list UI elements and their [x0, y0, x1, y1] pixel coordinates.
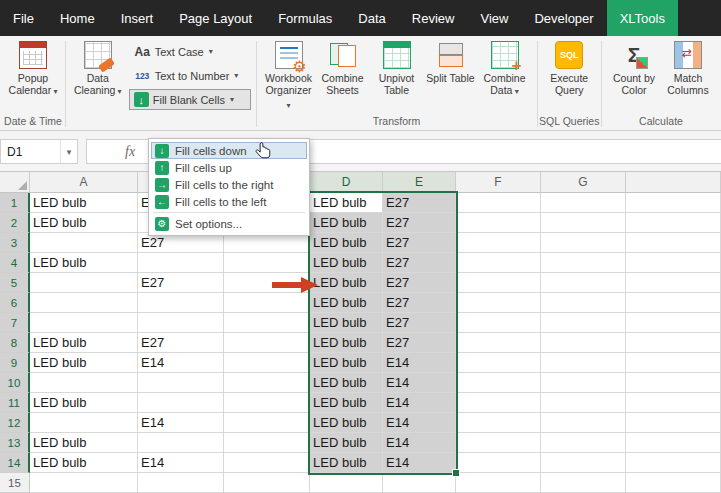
- menu-item-fill-cells-down[interactable]: ↓Fill cells down: [151, 142, 307, 159]
- cell-a3[interactable]: [30, 233, 138, 253]
- cell-e4[interactable]: E27: [383, 253, 456, 273]
- row-header-10[interactable]: 10: [0, 373, 30, 393]
- cell-c14[interactable]: [224, 453, 310, 473]
- cell-b11[interactable]: [138, 393, 224, 413]
- tab-developer[interactable]: Developer: [521, 0, 606, 36]
- column-header-g[interactable]: G: [541, 172, 626, 193]
- cell-g12[interactable]: [541, 413, 626, 433]
- cell-f4[interactable]: [456, 253, 541, 273]
- cell-c13[interactable]: [224, 433, 310, 453]
- cell-d5[interactable]: LED bulb: [310, 273, 383, 293]
- data-cleaning-button[interactable]: Data Cleaning: [71, 39, 125, 98]
- tab-file[interactable]: File: [0, 0, 47, 36]
- cell-d7[interactable]: LED bulb: [310, 313, 383, 333]
- cell-c10[interactable]: [224, 373, 310, 393]
- cell-e13[interactable]: E14: [383, 433, 456, 453]
- cell-d2[interactable]: LED bulb: [310, 213, 383, 233]
- cell-a4[interactable]: LED bulb: [30, 253, 138, 273]
- cell-b5[interactable]: E27: [138, 273, 224, 293]
- cell-b13[interactable]: [138, 433, 224, 453]
- row-header-12[interactable]: 12: [0, 413, 30, 433]
- cell-d9[interactable]: LED bulb: [310, 353, 383, 373]
- cell-g7[interactable]: [541, 313, 626, 333]
- cell-e14[interactable]: E14: [383, 453, 456, 473]
- combine-data-button[interactable]: Combine Data: [478, 39, 532, 98]
- combine-sheets-button[interactable]: Combine Sheets: [316, 39, 370, 96]
- tab-insert[interactable]: Insert: [108, 0, 167, 36]
- cell-f3[interactable]: [456, 233, 541, 253]
- cell-e10[interactable]: E14: [383, 373, 456, 393]
- cell-f13[interactable]: [456, 433, 541, 453]
- cell-c6[interactable]: [224, 293, 310, 313]
- cell-g9[interactable]: [541, 353, 626, 373]
- cell-d3[interactable]: LED bulb: [310, 233, 383, 253]
- cell-d1[interactable]: LED bulb: [310, 193, 383, 213]
- row-header-11[interactable]: 11: [0, 393, 30, 413]
- count-by-color-button[interactable]: Σ Count by Color: [607, 39, 661, 96]
- cell-f15[interactable]: [456, 473, 541, 493]
- cell-d10[interactable]: LED bulb: [310, 373, 383, 393]
- cell-c11[interactable]: [224, 393, 310, 413]
- row-header-13[interactable]: 13: [0, 433, 30, 453]
- cell-b9[interactable]: E14: [138, 353, 224, 373]
- row-header-15[interactable]: 15: [0, 473, 30, 493]
- row-header-14[interactable]: 14: [0, 453, 30, 473]
- row-header-6[interactable]: 6: [0, 293, 30, 313]
- menu-item-fill-cells-up[interactable]: ↑Fill cells up: [151, 159, 307, 176]
- tab-data[interactable]: Data: [345, 0, 398, 36]
- row-header-1[interactable]: 1: [0, 193, 30, 213]
- cell-e6[interactable]: E27: [383, 293, 456, 313]
- cell-g13[interactable]: [541, 433, 626, 453]
- popup-calendar-button[interactable]: Popup Calendar: [6, 39, 60, 98]
- cell-a7[interactable]: [30, 313, 138, 333]
- cell-d6[interactable]: LED bulb: [310, 293, 383, 313]
- cell-c5[interactable]: [224, 273, 310, 293]
- cell-f7[interactable]: [456, 313, 541, 333]
- cell-c15[interactable]: [224, 473, 310, 493]
- name-box-chevron-down-icon[interactable]: [60, 140, 77, 163]
- select-all-corner[interactable]: [0, 172, 30, 193]
- cell-e8[interactable]: E27: [383, 333, 456, 353]
- cell-a14[interactable]: LED bulb: [30, 453, 138, 473]
- cell-d8[interactable]: LED bulb: [310, 333, 383, 353]
- row-header-9[interactable]: 9: [0, 353, 30, 373]
- cell-a1[interactable]: LED bulb: [30, 193, 138, 213]
- unpivot-table-button[interactable]: Unpivot Table: [370, 39, 424, 96]
- menu-item-set-options[interactable]: ⚙Set options...: [151, 215, 307, 232]
- cell-g14[interactable]: [541, 453, 626, 473]
- cell-g3[interactable]: [541, 233, 626, 253]
- cell-b14[interactable]: E14: [138, 453, 224, 473]
- tab-xltools[interactable]: XLTools: [607, 0, 678, 36]
- column-header-f[interactable]: F: [456, 172, 541, 193]
- cell-e5[interactable]: E27: [383, 273, 456, 293]
- row-header-3[interactable]: 3: [0, 233, 30, 253]
- cell-g15[interactable]: [541, 473, 626, 493]
- cell-g2[interactable]: [541, 213, 626, 233]
- cell-c8[interactable]: [224, 333, 310, 353]
- cell-f6[interactable]: [456, 293, 541, 313]
- cell-d4[interactable]: LED bulb: [310, 253, 383, 273]
- cell-g4[interactable]: [541, 253, 626, 273]
- cell-c9[interactable]: [224, 353, 310, 373]
- cell-a5[interactable]: [30, 273, 138, 293]
- cell-b3[interactable]: E27: [138, 233, 224, 253]
- tab-home[interactable]: Home: [47, 0, 108, 36]
- row-header-8[interactable]: 8: [0, 333, 30, 353]
- cell-a11[interactable]: LED bulb: [30, 393, 138, 413]
- cell-g6[interactable]: [541, 293, 626, 313]
- cell-e12[interactable]: E14: [383, 413, 456, 433]
- row-header-7[interactable]: 7: [0, 313, 30, 333]
- split-table-button[interactable]: Split Table: [424, 39, 478, 84]
- cell-f9[interactable]: [456, 353, 541, 373]
- tab-page-layout[interactable]: Page Layout: [166, 0, 265, 36]
- cell-b10[interactable]: [138, 373, 224, 393]
- name-box[interactable]: D1: [0, 139, 78, 164]
- cell-d15[interactable]: [310, 473, 383, 493]
- cell-b15[interactable]: [138, 473, 224, 493]
- cell-f11[interactable]: [456, 393, 541, 413]
- cell-a12[interactable]: [30, 413, 138, 433]
- tab-formulas[interactable]: Formulas: [265, 0, 345, 36]
- column-header-e[interactable]: E: [383, 172, 456, 193]
- cell-a10[interactable]: [30, 373, 138, 393]
- cell-g8[interactable]: [541, 333, 626, 353]
